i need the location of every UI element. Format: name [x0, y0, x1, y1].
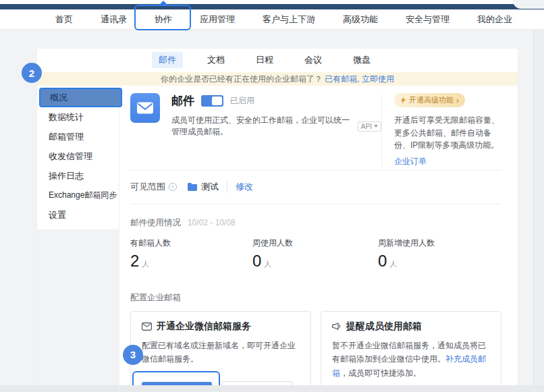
enterprise-order-link[interactable]: 企业订单 [394, 156, 427, 167]
page-background: 邮件 文档 日程 会议 微盘 你的企业是否已经有正在使用的企业邮箱了？ 已有邮箱… [0, 30, 544, 392]
nav-collaboration[interactable]: 协作 [155, 13, 172, 26]
sidebar-item-send-receive-management[interactable]: 收发信管理 [37, 146, 119, 166]
stat-label: 周新增使用人数 [378, 237, 435, 249]
upgrade-premium-label: 开通高级功能 [409, 95, 454, 105]
visibility-scope-name: 测试 [201, 181, 219, 193]
stat-unit: 人 [142, 259, 149, 269]
nav-home[interactable]: 首页 [55, 13, 73, 26]
info-icon[interactable]: i [169, 183, 177, 191]
chevron-down-icon [374, 125, 378, 128]
stat-mailbox-members: 有邮箱人数 2 人 [130, 237, 252, 271]
tutorial-step-2-badge: 2 [22, 63, 42, 83]
visibility-scope-chip: 测试 [188, 181, 227, 193]
mail-enabled-toggle[interactable] [201, 95, 223, 107]
mail-admin-panel: 邮件 文档 日程 会议 微盘 你的企业是否已经有正在使用的企业邮箱了？ 已有邮箱… [37, 49, 518, 392]
edit-visibility-link[interactable]: 修改 [236, 181, 253, 193]
nav-contacts[interactable]: 通讯录 [101, 13, 127, 26]
nav-security-management[interactable]: 安全与管理 [406, 13, 450, 26]
existing-mailbox-notice-banner: 你的企业是否已经有正在使用的企业邮箱了？ 已有邮箱, 立即使用 [37, 72, 518, 86]
mail-overview-content: 邮件 已启用 成员可使用正式、安全的工作邮箱，企业可以统一管理成员邮箱。 API [119, 86, 518, 392]
upgrade-premium-button[interactable]: 开通高级功能 › [394, 93, 465, 107]
window-corner-decoration [513, 0, 544, 9]
page-title-mail: 邮件 [171, 93, 194, 109]
mail-app-icon [130, 93, 160, 123]
sidebar-item-exchange-sync[interactable]: Exchange邮箱同步 [37, 186, 119, 205]
usage-date-range: 10/02 - 10/08 [188, 218, 236, 227]
banner-question: 你的企业是否已经有正在使用的企业邮箱了？ [161, 74, 323, 84]
nav-my-company[interactable]: 我的企业 [477, 13, 512, 26]
api-dropdown-tag[interactable]: API [358, 121, 381, 132]
stat-label: 周使用人数 [252, 237, 378, 249]
sidebar-item-operation-log[interactable]: 操作日志 [37, 166, 119, 186]
section-divider [130, 204, 501, 204]
right-scroll-rail[interactable] [533, 30, 544, 392]
remind-members-card: 提醒成员使用邮箱 暂不开通企业微信邮箱服务，通知成员将已有邮箱添加到企业微信中使… [321, 311, 501, 392]
stat-value: 2 [130, 252, 139, 271]
envelope-outline-icon [142, 323, 152, 331]
activate-card-description: 配置已有域名或注册新域名，即可开通企业微信邮箱服务。 [142, 339, 300, 366]
arrow-right-icon: › [456, 96, 459, 105]
stat-label: 有邮箱人数 [130, 237, 252, 249]
stat-value: 0 [378, 252, 387, 271]
toggle-knob [212, 96, 222, 105]
visibility-label: 可见范围 [130, 181, 165, 193]
sidebar-item-settings[interactable]: 设置 [37, 205, 119, 225]
premium-flash-icon [400, 96, 406, 104]
stat-weekly-active: 周使用人数 0 人 [252, 237, 378, 271]
sidebar-item-overview[interactable]: 概况 [39, 88, 122, 107]
folder-icon [188, 183, 197, 191]
activate-card-title: 开通企业微信邮箱服务 [157, 320, 251, 333]
admin-console-screen: 首页 通讯录 协作 应用管理 客户与上下游 高级功能 安全与管理 我的企业 2 … [0, 0, 544, 392]
sidebar-item-mailbox-management[interactable]: 邮箱管理 [37, 127, 119, 146]
collaboration-subtabs: 邮件 文档 日程 会议 微盘 [37, 49, 518, 72]
stat-unit: 人 [389, 259, 397, 269]
activate-mailbox-card: 开通企业微信邮箱服务 配置已有域名或注册新域名，即可开通企业微信邮箱服务。 3 … [130, 311, 311, 392]
usage-section-title: 邮件使用情况 [130, 217, 181, 229]
setup-section-title: 配置企业邮箱 [130, 292, 501, 304]
tab-docs[interactable]: 文档 [200, 52, 232, 68]
sidebar-item-statistics[interactable]: 数据统计 [37, 107, 119, 127]
navy-header-bar [0, 4, 544, 9]
nav-app-management[interactable]: 应用管理 [200, 13, 235, 26]
stat-unit: 人 [264, 259, 271, 269]
top-navigation: 首页 通讯录 协作 应用管理 客户与上下游 高级功能 安全与管理 我的企业 [0, 9, 544, 30]
tab-schedule[interactable]: 日程 [249, 52, 280, 68]
megaphone-icon [332, 323, 342, 331]
premium-promo-column: 开通高级功能 › 开通后可享受无限邮箱容量、更多公共邮箱、邮件自动备份、IP限制… [381, 93, 501, 167]
mail-description: 成员可使用正式、安全的工作邮箱，企业可以统一管理成员邮箱。 [171, 115, 354, 138]
banner-use-existing-link[interactable]: 已有邮箱, 立即使用 [325, 74, 394, 84]
premium-description: 开通后可享受无限邮箱容量、更多公共邮箱、邮件自动备份、IP限制等多项高级功能。 [394, 114, 501, 152]
mail-sidebar: 概况 数据统计 邮箱管理 收发信管理 操作日志 Exchange邮箱同步 设置 [37, 86, 119, 392]
api-label: API [361, 123, 372, 130]
tutorial-step-3-badge: 3 [123, 345, 143, 365]
nav-advanced-features[interactable]: 高级功能 [343, 13, 378, 26]
stat-value: 0 [252, 252, 261, 271]
tab-mail[interactable]: 邮件 [152, 52, 183, 68]
envelope-icon [136, 99, 154, 117]
tab-meeting[interactable]: 会议 [298, 52, 329, 68]
remind-card-title: 提醒成员使用邮箱 [346, 320, 422, 333]
stat-weekly-new: 周新增使用人数 0 人 [378, 237, 435, 271]
remind-card-description-tail: ，成员即可快捷添加。 [340, 368, 421, 378]
enabled-status-text: 已启用 [230, 95, 254, 107]
nav-customers-updownstream[interactable]: 客户与上下游 [263, 13, 315, 26]
tab-drive[interactable]: 微盘 [346, 52, 377, 68]
